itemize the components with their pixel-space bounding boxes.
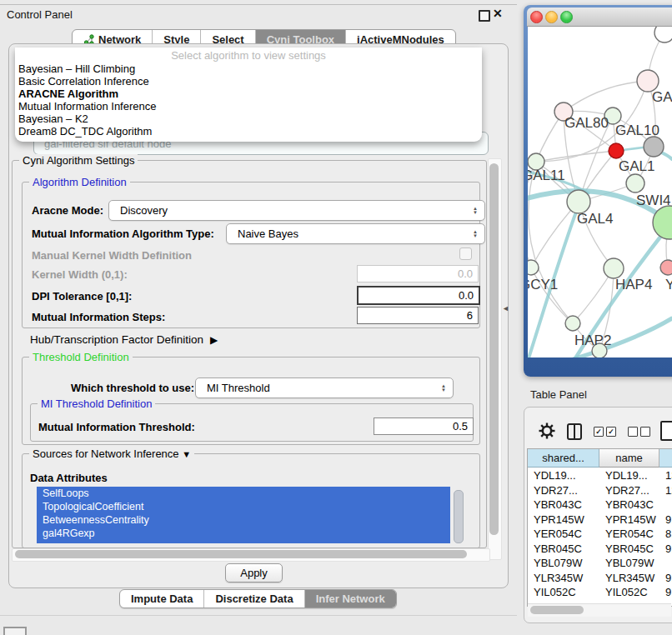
settings-vscrollbar-thumb[interactable] [489,163,499,535]
unchecked-box-icon[interactable] [640,427,650,437]
gear-icon[interactable] [539,422,555,439]
attribute-item[interactable]: TopologicalCoefficient [37,500,450,513]
network-node[interactable] [654,27,672,42]
dpi-tolerance-field[interactable]: 0.0 [357,286,480,305]
table-cell[interactable]: 13 [659,468,672,482]
close-icon[interactable]: ✕ [493,7,503,20]
minimized-panel-icon[interactable] [3,627,27,635]
attribute-item[interactable]: gal4RGexp [37,527,450,540]
tab-impute-data[interactable]: Impute Data [120,590,203,608]
table-cell[interactable]: YLR345W [528,571,599,585]
table-cell[interactable]: 8. [659,527,672,541]
table-cell[interactable]: YBL079W [599,556,659,570]
table-cell[interactable]: YIL052C [528,585,599,599]
table-cell[interactable]: YBR043C [599,498,659,512]
which-threshold-select[interactable]: MI Threshold ▲▼ [195,378,454,398]
network-node-gal1[interactable] [609,143,624,158]
network-node[interactable] [644,137,664,157]
network-node-gcy1[interactable] [528,260,539,275]
table-cell[interactable]: YDL19... [528,468,599,482]
attribute-item[interactable]: SelfLoops [37,487,450,500]
table-cell[interactable]: YDL19... [599,468,659,482]
table-cell[interactable]: YBR045C [599,542,659,556]
table-cell[interactable]: 9. [659,512,672,527]
mi-type-value: Naive Bayes [238,228,298,240]
table-cell[interactable]: 9. [659,571,672,585]
table-cell[interactable]: YDR27... [528,483,599,498]
cyni-algorithm-settings-legend: Cyni Algorithm Settings [19,154,138,167]
table-cell[interactable]: YER054C [528,527,599,541]
column-header-a[interactable]: A [659,449,672,468]
column-header-shared[interactable]: shared... [528,449,599,468]
table-cell[interactable] [659,556,672,570]
float-panel-icon[interactable] [479,10,490,22]
node-label: GAL80 [564,115,609,131]
checked-box-icon[interactable]: ✓ [606,427,616,437]
mi-threshold-field[interactable]: 0.5 [374,418,474,435]
zoom-window-icon[interactable] [560,11,573,23]
screen: Control Panel ✕ NetworkStyleSelectCyni T… [0,0,672,635]
close-window-icon[interactable] [530,11,543,23]
table-cell[interactable]: 9. [659,542,672,556]
kernel-width-field[interactable]: 0.0 [357,265,479,282]
aracne-mode-select[interactable]: Discovery ▲▼ [108,200,485,221]
network-node-hap4[interactable] [604,258,624,278]
table-cell[interactable]: YDR27... [599,483,659,498]
expand-down-icon[interactable]: ▼ [182,449,191,459]
network-node-y[interactable] [660,260,672,275]
node-table[interactable]: shared...nameAYDL19...YDL19...13YDR27...… [527,448,672,607]
unchecked-box-icon[interactable] [628,427,638,437]
table-cell[interactable]: YLR345W [599,571,659,585]
mi-type-select[interactable]: Naive Bayes ▲▼ [226,223,485,244]
network-edge-highlight[interactable] [623,148,643,150]
table-cell[interactable]: YBR043C [528,498,599,512]
list-scrollbar-thumb[interactable] [454,490,464,543]
apply-button[interactable]: Apply [225,563,283,582]
algorithm-option[interactable]: Mutual Information Inference [15,100,482,112]
node-label: GAL1 [619,158,654,174]
algorithm-option[interactable]: Dream8 DC_TDC Algorithm [15,125,482,138]
kernel-width-value: 0.0 [458,268,473,280]
attribute-item[interactable]: BetweennessCentrality [37,513,450,527]
minimize-window-icon[interactable] [545,11,558,23]
kernel-width-label: Kernel Width (0,1): [32,268,128,281]
algorithm-option[interactable]: Bayesian – K2 [15,112,482,125]
expand-right-icon: ▶ [210,334,218,346]
network-node-hap2[interactable] [565,316,580,331]
table-cell[interactable] [659,498,672,512]
columns-icon[interactable] [567,423,582,440]
table-cell[interactable]: 9 [659,585,672,599]
tab-infer-network[interactable]: Infer Network [304,590,396,608]
data-attributes-list[interactable]: SelfLoopsTopologicalCoefficientBetweenne… [37,487,450,543]
table-cell[interactable]: YER054C [599,527,659,541]
checked-box-icon[interactable]: ✓ [594,427,604,437]
algorithm-option[interactable]: Bayesian – Hill Climbing [15,62,482,75]
algorithm-option[interactable]: ARACNE Algorithm [15,88,482,100]
algorithm-option[interactable]: Basic Correlation Inference [15,75,482,88]
table-cell[interactable]: YPR145W [528,512,599,527]
table-cell[interactable]: YPR145W [599,512,659,527]
node-label: HAP4 [615,277,652,292]
table-panel-title: Table Panel [530,388,587,401]
node-label: GAL10 [615,122,659,138]
mi-threshold-label: Mutual Information Threshold: [38,421,195,433]
network-node-gal4[interactable] [567,190,590,213]
table-cell[interactable]: YIL052C [599,585,659,599]
new-column-icon[interactable] [660,421,672,441]
network-node-swi4[interactable] [626,174,644,192]
network-edge[interactable] [564,81,648,112]
table-hscrollbar-thumb[interactable] [530,606,584,614]
tab-label: Discretize Data [215,592,293,605]
settings-hscrollbar-thumb[interactable] [15,550,467,558]
hub-definition-toggle[interactable]: Hub/Transcription Factor Definition ▶ [30,333,218,346]
table-cell[interactable]: YBL079W [528,556,599,570]
tab-discretize-data[interactable]: Discretize Data [203,590,303,608]
mi-steps-field[interactable]: 6 [357,307,479,324]
manual-kernel-checkbox[interactable] [459,248,472,260]
table-cell[interactable]: YBR045C [528,542,599,556]
network-view[interactable]: GALGAL80GAL10GAL1GAL11SWI4GAL4GCY1HAP4YH… [528,27,672,358]
algorithm-definition-legend: Algorithm Definition [29,176,130,188]
table-cell[interactable]: 12 [659,483,672,498]
column-header-label: name [615,452,643,464]
column-header-name[interactable]: name [599,449,659,468]
